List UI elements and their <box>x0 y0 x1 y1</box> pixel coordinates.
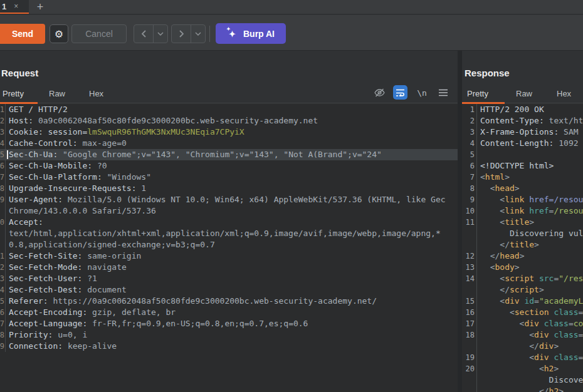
code-line: 2Host: 0a9c0062048af50c80fde9c3000200bc.… <box>0 115 458 126</box>
code-line: 17Accept-Language: fr-FR,fr;q=0.9,en-US;… <box>0 318 458 329</box>
line-number: 16 <box>462 307 477 318</box>
add-tab-button[interactable]: + <box>34 0 46 14</box>
tab-label: 1 <box>2 2 6 11</box>
response-tab-pretty[interactable]: Pretty <box>467 89 488 98</box>
burp-ai-label: Burp AI <box>243 29 275 39</box>
code-line: 13 <body> <box>462 262 583 273</box>
text-caret <box>7 150 8 159</box>
line-number: 7 <box>462 172 477 183</box>
request-tab-raw[interactable]: Raw <box>49 89 65 98</box>
line-number: 2 <box>0 115 6 126</box>
line-number: 10 <box>462 205 477 217</box>
code-line: 7Sec-Ch-Ua-Platform: "Windows" <box>0 172 458 183</box>
code-line: 12 </head> <box>462 250 583 262</box>
send-settings-button[interactable]: ⚙ <box>50 24 68 43</box>
chevron-down-icon <box>195 32 201 36</box>
forward-button[interactable] <box>172 25 191 43</box>
back-button-group <box>134 24 168 43</box>
code-line: 6Sec-Ch-Ua-Mobile: ?0 <box>0 160 458 172</box>
line-number: 16 <box>0 307 6 318</box>
code-line: 18Priority: u=0, i <box>0 329 458 341</box>
chevron-down-icon <box>157 32 164 36</box>
line-number: 5 <box>462 149 477 160</box>
repeater-toolbar: Send ⚙ Cancel ✦ ✦ Burp AI <box>0 15 583 51</box>
line-number: 18 <box>462 329 477 341</box>
code-line: </div> <box>462 341 583 352</box>
code-line: 1GET / HTTP/2 <box>0 104 458 115</box>
response-tab-hex[interactable]: Hex <box>557 89 571 98</box>
line-number: 3 <box>0 126 6 138</box>
code-line: 15Referer: https://0a9c0062048af50c80fde… <box>0 296 458 307</box>
sparkles-icon: ✦ ✦ <box>227 28 238 39</box>
line-number <box>462 284 477 296</box>
line-number: 6 <box>0 160 6 172</box>
request-tab-pretty[interactable]: Pretty <box>3 89 24 98</box>
back-button[interactable] <box>134 25 153 43</box>
response-tab-raw[interactable]: Raw <box>516 89 532 98</box>
code-line: 8 <head> <box>462 183 583 194</box>
code-line: 20 <h2> <box>462 363 583 374</box>
line-number: 8 <box>0 183 6 194</box>
response-tab-row: Pretty Raw Hex <box>462 85 583 103</box>
code-line: 3X-Frame-Options: SAM <box>462 126 583 138</box>
line-number: 20 <box>462 363 477 374</box>
code-line: 10 <link href=/resou <box>462 205 583 217</box>
back-dropdown-button[interactable] <box>153 25 167 43</box>
repeater-tab-1[interactable]: 1 × <box>0 0 29 14</box>
panel-splitter[interactable] <box>458 51 462 392</box>
line-number: 7 <box>0 172 6 183</box>
line-number: 15 <box>0 296 6 307</box>
line-number: 19 <box>0 341 6 352</box>
line-number: 19 <box>462 352 477 363</box>
code-line: 7<html> <box>462 172 583 183</box>
code-line: 19 <div class= <box>462 352 583 363</box>
line-number: 2 <box>462 115 477 126</box>
line-number <box>462 386 477 392</box>
code-line: 1HTTP/2 200 OK <box>462 104 583 115</box>
editor-menu-button[interactable] <box>436 85 450 100</box>
cancel-button[interactable]: Cancel <box>71 24 127 43</box>
forward-button-group <box>171 24 206 43</box>
line-number: 15 <box>462 296 477 307</box>
forward-dropdown-button[interactable] <box>191 25 205 43</box>
line-number: 6 <box>462 160 477 172</box>
line-number: 10 <box>0 217 6 228</box>
code-line: 13Sec-Fetch-User: ?1 <box>0 273 458 284</box>
show-newlines-button[interactable]: \n <box>415 85 429 100</box>
line-number: 17 <box>0 318 6 329</box>
request-tab-hex[interactable]: Hex <box>89 89 103 98</box>
line-number: 11 <box>0 250 6 262</box>
code-line: 11Sec-Fetch-Site: same-origin <box>0 250 458 262</box>
line-number: 17 <box>462 318 477 329</box>
burp-ai-button[interactable]: ✦ ✦ Burp AI <box>216 23 286 44</box>
request-tab-row: Pretty Raw Hex \n <box>0 85 458 103</box>
code-line: 16 <section class= <box>462 307 583 318</box>
code-line: </h2> <box>462 386 583 392</box>
line-number: 4 <box>0 138 6 149</box>
line-number: 12 <box>462 250 477 262</box>
word-wrap-icon <box>396 88 405 96</box>
code-line: 18 <div class= <box>462 329 583 341</box>
response-editor[interactable]: 1HTTP/2 200 OK2Content-Type: text/ht3X-F… <box>462 104 583 392</box>
word-wrap-button[interactable] <box>393 85 407 100</box>
chevron-left-icon <box>141 30 147 38</box>
code-line: 9User-Agent: Mozilla/5.0 (Windows NT 10.… <box>0 194 458 205</box>
request-editor[interactable]: 1GET / HTTP/22Host: 0a9c0062048af50c80fd… <box>0 104 458 392</box>
line-number: 3 <box>462 126 477 138</box>
code-line: 5Sec-Ch-Ua: "Google Chrome";v="143", "Ch… <box>0 149 458 160</box>
line-number <box>0 205 6 217</box>
close-icon[interactable]: × <box>14 2 18 11</box>
line-number <box>0 239 6 250</box>
code-line: 15 <div id="academyL <box>462 296 583 307</box>
line-number: 11 <box>462 217 477 228</box>
hide-matches-button[interactable] <box>372 85 386 100</box>
request-panel: Request Pretty Raw Hex \n <box>0 51 458 392</box>
code-line: Chrome/143.0.0.0 Safari/537.36 <box>0 205 458 217</box>
line-number <box>462 341 477 352</box>
code-line: 12Sec-Fetch-Mode: navigate <box>0 262 458 273</box>
code-line: 19Connection: keep-alive <box>0 341 458 352</box>
code-line: </title> <box>462 239 583 250</box>
send-button[interactable]: Send <box>0 24 45 44</box>
hamburger-menu-icon <box>438 89 448 96</box>
line-number: 14 <box>462 273 477 284</box>
